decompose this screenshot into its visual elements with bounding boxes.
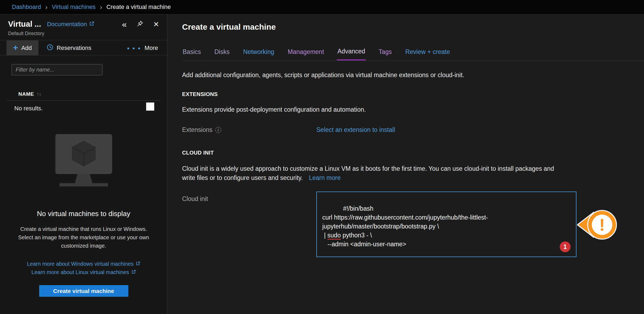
learn-windows-vm-label: Learn more about Windows virtual machine… [27, 260, 134, 268]
extensions-label-text: Extensions [182, 126, 213, 134]
breadcrumb-dashboard[interactable]: Dashboard [12, 4, 41, 11]
tab-basics[interactable]: Basics [182, 48, 202, 60]
ellipsis-icon: ● ● ● [127, 45, 141, 51]
chevron-right-icon: › [100, 3, 102, 11]
exclamation-icon: ! [599, 215, 605, 234]
blade-title: Virtual ... [8, 20, 41, 29]
warning-callout: ! [577, 209, 618, 241]
external-link-icon [89, 21, 94, 28]
breadcrumb: Dashboard › Virtual machines › Create a … [0, 0, 644, 14]
cloud-init-field-row: Cloud init #!/bin/bash curl https://raw.… [182, 192, 644, 257]
add-button-label: Add [21, 45, 32, 52]
close-blade-button[interactable]: ✕ [153, 21, 159, 28]
sort-icon: ↑↓ [37, 91, 41, 97]
breadcrumb-virtual-machines[interactable]: Virtual machines [52, 4, 96, 11]
add-button[interactable]: + Add [6, 40, 38, 55]
pin-blade-button[interactable] [136, 20, 143, 28]
monitor-screen [55, 134, 112, 174]
cloud-init-script-sudo: sudo [327, 232, 341, 240]
vm-monitor-illustration [55, 134, 112, 186]
breadcrumb-current: Create a virtual machine [106, 4, 171, 11]
tab-review-create[interactable]: Review + create [405, 48, 451, 60]
external-link-icon [136, 260, 140, 268]
monitor-stand [75, 174, 92, 183]
virtual-machines-blade: Virtual ... Documentation « [0, 14, 167, 314]
reservations-button[interactable]: Reservations [46, 40, 91, 55]
external-link-icon [131, 268, 136, 277]
no-results-label: No results. [14, 105, 43, 112]
name-column-header[interactable]: NAME ↑↓ [6, 88, 161, 101]
page-title: Create a virtual machine [182, 22, 644, 32]
clock-icon [46, 44, 53, 52]
extensions-description: Extensions provide post-deployment confi… [182, 106, 644, 113]
more-button-label: More [145, 45, 158, 52]
pin-icon [136, 20, 143, 28]
monitor-base [59, 183, 108, 186]
learn-linux-vm-link[interactable]: Learn more about Linux virtual machines [31, 268, 136, 277]
cloud-init-description-text: Cloud init is a widely used approach to … [182, 165, 554, 181]
blade-header: Virtual ... Documentation « [0, 14, 167, 40]
cloud-init-textarea[interactable]: #!/bin/bash curl https://raw.githubuserc… [316, 192, 576, 257]
extensions-field-label: Extensions i [182, 126, 316, 134]
extensions-field-row: Extensions i Select an extension to inst… [182, 126, 644, 134]
tab-management[interactable]: Management [287, 48, 324, 60]
cloud-init-label-text: Cloud init [182, 195, 208, 203]
more-button[interactable]: ● ● ● More [127, 40, 158, 55]
documentation-link[interactable]: Documentation [47, 21, 94, 28]
tab-disks[interactable]: Disks [214, 48, 230, 60]
plus-icon: + [13, 43, 18, 52]
tab-networking[interactable]: Networking [243, 48, 275, 60]
learn-more-link[interactable]: Learn more [309, 174, 341, 181]
cube-icon [71, 139, 97, 169]
close-icon: ✕ [153, 21, 159, 28]
empty-state-title: No virtual machines to display [0, 210, 167, 218]
name-column-label: NAME [18, 91, 34, 97]
create-vm-pane: Create a virtual machine Basics Disks Ne… [167, 14, 644, 314]
cloud-init-section-header: CLOUD INIT [182, 150, 644, 156]
reservations-button-label: Reservations [57, 45, 91, 52]
info-icon[interactable]: i [215, 127, 221, 133]
learn-windows-vm-link[interactable]: Learn more about Windows virtual machine… [27, 260, 140, 268]
empty-state-links: Learn more about Windows virtual machine… [0, 260, 167, 277]
select-extension-link[interactable]: Select an extension to install [316, 126, 395, 134]
advanced-tab-intro: Add additional configuration, agents, sc… [182, 71, 644, 79]
cloud-init-field-label: Cloud init [182, 192, 316, 203]
filter-by-name-input[interactable] [12, 64, 102, 75]
collapse-blade-button[interactable]: « [122, 20, 127, 29]
extensions-section-header: EXTENSIONS [182, 91, 644, 97]
cloud-init-description: Cloud init is a widely used approach to … [182, 164, 560, 182]
tab-bar: Basics Disks Networking Management Advan… [182, 48, 644, 61]
chevron-right-icon: › [45, 3, 48, 11]
annotation-step-badge: 1 [560, 241, 571, 252]
tab-tags[interactable]: Tags [378, 48, 393, 60]
blade-toolbar: + Add Reservations ● ● ● More [0, 40, 167, 56]
directory-label: Default Directory [8, 31, 159, 36]
tab-advanced[interactable]: Advanced [337, 48, 365, 60]
azure-portal-page: Dashboard › Virtual machines › Create a … [0, 0, 644, 314]
double-chevron-left-icon: « [122, 20, 127, 29]
scrollbar-thumb[interactable] [146, 103, 154, 111]
list-empty-row: No results. [0, 101, 167, 116]
create-virtual-machine-button[interactable]: Create virtual machine [39, 285, 128, 297]
empty-state-description: Create a virtual machine that runs Linux… [15, 225, 152, 250]
learn-linux-vm-label: Learn more about Linux virtual machines [31, 268, 129, 277]
documentation-link-label: Documentation [47, 21, 87, 28]
cloud-init-editor-wrap: #!/bin/bash curl https://raw.githubuserc… [316, 192, 576, 257]
